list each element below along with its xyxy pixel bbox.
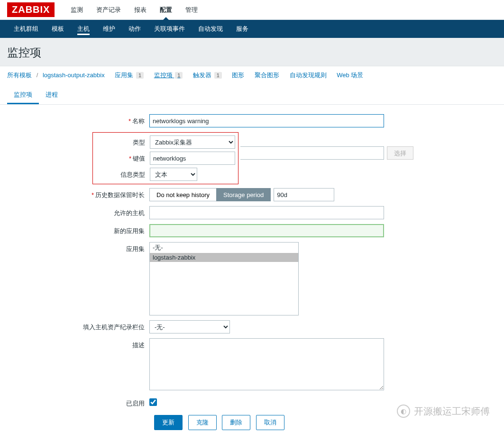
multiselect-apps[interactable]: -无- logstash-zabbix — [149, 242, 299, 315]
textarea-description[interactable] — [149, 338, 384, 390]
nav-config[interactable]: 配置 — [153, 0, 179, 20]
watermark: ◐ 开源搬运工宋师傅 — [397, 405, 490, 418]
logo: ZABBIX — [7, 2, 55, 17]
label-enabled: 已启用 — [7, 396, 149, 408]
label-apps: 应用集 — [7, 242, 149, 253]
subnav-hosts[interactable]: 主机 — [71, 20, 96, 38]
label-name: *名称 — [7, 114, 149, 126]
tab-process[interactable]: 进程 — [39, 87, 64, 104]
app-option-logstash[interactable]: logstash-zabbix — [150, 253, 298, 262]
button-no-history[interactable]: Do not keep history — [149, 188, 216, 201]
tag-discovery[interactable]: 自动发现规则 — [290, 72, 327, 79]
subnav-services[interactable]: 服务 — [229, 20, 255, 38]
tag-applications[interactable]: 应用集 1 — [115, 72, 144, 79]
tag-screens[interactable]: 聚合图形 — [255, 72, 279, 79]
breadcrumb-template[interactable]: logstash-output-zabbix — [43, 72, 105, 79]
tag-items[interactable]: 监控项 1 — [154, 72, 183, 79]
label-history: *历史数据保留时长 — [7, 188, 149, 199]
input-name[interactable] — [149, 114, 384, 127]
nav-monitor[interactable]: 监测 — [64, 0, 90, 20]
top-nav: ZABBIX 监测 资产记录 报表 配置 管理 — [0, 0, 504, 20]
nav-reports[interactable]: 报表 — [128, 0, 153, 20]
tabs: 监控项 进程 — [0, 80, 504, 105]
select-inventory[interactable]: -无- — [149, 320, 230, 333]
page-title: 监控项 — [0, 38, 504, 66]
tag-graphs[interactable]: 图形 — [232, 72, 244, 79]
subnav-discovery[interactable]: 自动发现 — [192, 20, 229, 38]
form: *名称 类型 Zabbix采集器 *键值 信息类型 文本 — [0, 105, 504, 432]
button-select-key: 选择 — [387, 146, 413, 160]
button-cancel[interactable]: 取消 — [256, 415, 284, 430]
button-update[interactable]: 更新 — [154, 415, 183, 430]
label-new-app: 新的应用集 — [7, 224, 149, 235]
label-inventory: 填入主机资产纪录栏位 — [7, 320, 149, 332]
nav-admin[interactable]: 管理 — [179, 0, 204, 20]
subnav-maintenance[interactable]: 维护 — [96, 20, 122, 38]
label-infotype: 信息类型 — [96, 168, 150, 179]
input-allowed-hosts[interactable] — [149, 206, 384, 219]
label-allowed-hosts: 允许的主机 — [7, 206, 149, 217]
tag-web[interactable]: Web 场景 — [337, 72, 363, 79]
subnav-templates[interactable]: 模板 — [45, 20, 71, 38]
button-storage-period[interactable]: Storage period — [216, 188, 271, 201]
subnav-hostgroups[interactable]: 主机群组 — [7, 20, 45, 38]
button-delete[interactable]: 删除 — [222, 415, 250, 430]
input-new-app[interactable] — [149, 224, 384, 237]
tag-triggers[interactable]: 触发器 1 — [193, 72, 222, 79]
wechat-icon: ◐ — [397, 405, 410, 418]
subnav-correlation[interactable]: 关联项事件 — [147, 20, 192, 38]
label-description: 描述 — [7, 338, 149, 350]
breadcrumb: 所有模板 / logstash-output-zabbix 应用集 1 监控项 … — [0, 66, 504, 80]
breadcrumb-sep: / — [37, 72, 38, 79]
input-history-period[interactable] — [274, 188, 334, 201]
checkbox-enabled[interactable] — [149, 398, 157, 406]
breadcrumb-all-templates[interactable]: 所有模板 — [7, 72, 32, 79]
label-key: *键值 — [96, 152, 150, 163]
button-clone[interactable]: 克隆 — [188, 415, 217, 430]
tab-item[interactable]: 监控项 — [7, 87, 39, 104]
label-type: 类型 — [96, 135, 150, 147]
subnav-actions[interactable]: 动作 — [122, 20, 147, 38]
nav-inventory[interactable]: 资产记录 — [90, 0, 128, 20]
app-option-none[interactable]: -无- — [150, 243, 298, 253]
sub-nav: 主机群组 模板 主机 维护 动作 关联项事件 自动发现 服务 — [0, 20, 504, 38]
input-key-ext[interactable] — [240, 146, 384, 160]
select-infotype[interactable]: 文本 — [150, 168, 197, 181]
